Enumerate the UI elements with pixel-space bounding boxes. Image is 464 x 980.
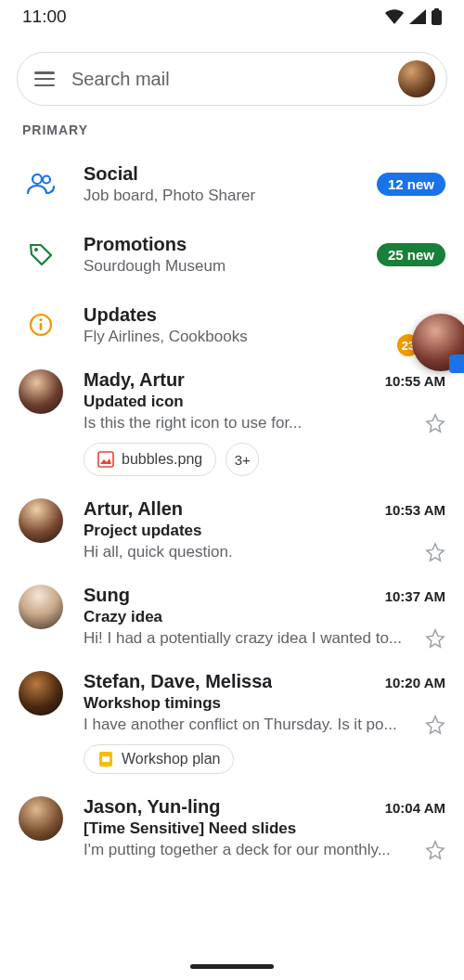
svg-rect-1 — [434, 8, 439, 11]
svg-rect-10 — [102, 756, 110, 762]
star-icon[interactable] — [425, 840, 445, 860]
status-icons — [385, 8, 442, 25]
tab-promotions[interactable]: Promotions Sourdough Museum 25 new — [0, 219, 464, 290]
status-time: 11:00 — [22, 6, 67, 27]
tab-title: Updates — [84, 304, 445, 326]
tab-subtitle: Sourdough Museum — [84, 257, 356, 276]
tab-subtitle: Job board, Photo Sharer — [84, 187, 356, 205]
email-snippet: Hi all, quick question. — [84, 543, 418, 561]
status-bar: 11:00 — [0, 0, 464, 33]
sender-name: Sung — [84, 585, 130, 606]
info-icon — [19, 303, 63, 347]
star-icon[interactable] — [425, 542, 445, 562]
email-subject: Crazy idea — [84, 608, 445, 626]
email-snippet: Hi! I had a potentially crazy idea I wan… — [84, 629, 418, 648]
email-subject: Updated icon — [84, 393, 445, 411]
email-subject: Workshop timings — [84, 694, 445, 713]
search-bar[interactable]: Search mail — [17, 52, 447, 106]
email-row[interactable]: Artur, Allen 10:53 AM Project updates Hi… — [0, 489, 464, 575]
account-avatar[interactable] — [398, 60, 435, 97]
wifi-icon — [385, 9, 404, 24]
image-icon — [97, 451, 114, 468]
menu-icon[interactable] — [34, 71, 55, 86]
email-snippet: I'm putting together a deck for our mont… — [84, 841, 418, 859]
email-snippet: Is this the right icon to use for... — [84, 414, 418, 432]
tab-social[interactable]: Social Job board, Photo Sharer 12 new — [0, 148, 464, 219]
attachment-chip[interactable]: Workshop plan — [84, 744, 234, 774]
tag-icon — [19, 232, 63, 277]
sender-name: Artur, Allen — [84, 498, 183, 520]
sender-avatar[interactable] — [19, 585, 63, 629]
email-row[interactable]: Sung 10:37 AM Crazy idea Hi! I had a pot… — [0, 575, 464, 662]
svg-point-4 — [34, 248, 38, 251]
badge-new-count: 12 new — [377, 173, 445, 196]
svg-rect-0 — [432, 10, 442, 25]
section-label-primary: PRIMARY — [0, 119, 464, 148]
email-time: 10:55 AM — [385, 373, 445, 389]
badge-new-count: 25 new — [377, 243, 445, 266]
tab-title: Promotions — [84, 234, 356, 255]
tab-title: Social — [84, 163, 356, 185]
tab-subtitle: Fly Airlines, Cookbooks — [84, 328, 445, 346]
sender-avatar[interactable] — [19, 498, 63, 543]
email-row[interactable]: Mady, Artur 10:55 AM Updated icon Is thi… — [0, 360, 464, 489]
sender-avatar[interactable] — [19, 671, 63, 716]
svg-point-2 — [32, 174, 42, 184]
email-time: 10:53 AM — [385, 502, 445, 518]
svg-point-7 — [39, 318, 42, 321]
email-subject: [Time Sensitive] Need slides — [84, 819, 445, 838]
attachment-label: bubbles.png — [122, 451, 202, 468]
svg-rect-6 — [40, 323, 43, 330]
email-time: 10:20 AM — [385, 675, 445, 690]
svg-rect-8 — [98, 452, 113, 467]
email-time: 10:04 AM — [385, 800, 445, 816]
email-row[interactable]: Jason, Yun-ling 10:04 AM [Time Sensitive… — [0, 787, 464, 873]
attachment-overflow[interactable]: 3+ — [226, 443, 259, 476]
email-time: 10:37 AM — [385, 588, 445, 604]
tab-updates[interactable]: Updates Fly Airlines, Cookbooks — [0, 290, 464, 360]
chat-bubble-overlay[interactable] — [412, 314, 464, 371]
email-subject: Project updates — [84, 522, 445, 540]
slides-icon — [97, 751, 114, 767]
email-row[interactable]: Stefan, Dave, Melissa 10:20 AM Workshop … — [0, 662, 464, 787]
star-icon[interactable] — [425, 715, 445, 735]
sender-name: Stefan, Dave, Melissa — [84, 671, 272, 692]
svg-point-3 — [43, 176, 50, 184]
sender-name: Mady, Artur — [84, 369, 185, 391]
home-indicator[interactable] — [190, 964, 274, 969]
search-input[interactable]: Search mail — [71, 69, 381, 90]
cell-signal-icon — [409, 9, 426, 24]
email-snippet: I have another conflict on Thursday. Is … — [84, 716, 418, 734]
sender-avatar[interactable] — [19, 796, 63, 841]
sender-avatar[interactable] — [19, 369, 63, 414]
battery-icon — [432, 8, 442, 25]
star-icon[interactable] — [425, 628, 445, 649]
attachment-chip[interactable]: bubbles.png — [84, 443, 216, 476]
people-icon — [19, 161, 63, 206]
attachment-label: Workshop plan — [122, 751, 220, 767]
sender-name: Jason, Yun-ling — [84, 796, 220, 818]
star-icon[interactable] — [425, 413, 445, 433]
